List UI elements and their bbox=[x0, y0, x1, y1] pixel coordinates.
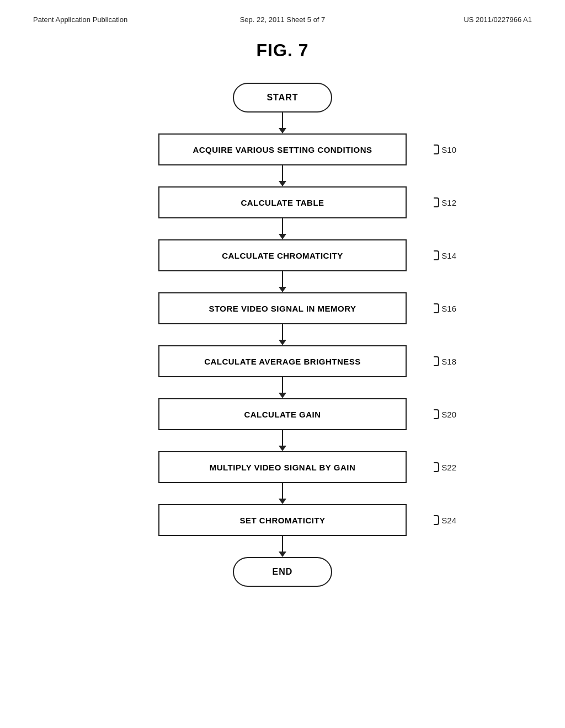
arrow-line bbox=[282, 324, 283, 340]
node-label-s24: SET CHROMATICITY bbox=[158, 504, 407, 536]
header-left: Patent Application Publication bbox=[33, 15, 199, 24]
arrow-s16 bbox=[279, 324, 286, 345]
step-text-s10: S10 bbox=[441, 145, 456, 154]
node-label-start: START bbox=[233, 83, 332, 113]
node-s10: ACQUIRE VARIOUS SETTING CONDITIONSS10 bbox=[158, 133, 407, 165]
node-s24: SET CHROMATICITYS24 bbox=[158, 504, 407, 536]
node-s18: CALCULATE AVERAGE BRIGHTNESSS18 bbox=[158, 345, 407, 377]
arrow-head bbox=[279, 287, 286, 292]
node-end: END bbox=[233, 557, 332, 587]
step-text-s12: S12 bbox=[441, 198, 456, 207]
step-text-s24: S24 bbox=[441, 516, 456, 525]
step-label-s24: S24 bbox=[434, 515, 456, 525]
step-label-s16: S16 bbox=[434, 303, 456, 313]
arrow-line bbox=[282, 113, 283, 128]
arrow-head bbox=[279, 340, 286, 345]
step-label-s20: S20 bbox=[434, 409, 456, 419]
step-bracket-s16 bbox=[434, 303, 439, 313]
arrow-head bbox=[279, 552, 286, 557]
arrow-s10 bbox=[279, 165, 286, 186]
node-s14: CALCULATE CHROMATICITYS14 bbox=[158, 239, 407, 271]
arrow-line bbox=[282, 536, 283, 552]
node-label-s14: CALCULATE CHROMATICITY bbox=[158, 239, 407, 271]
step-bracket-s24 bbox=[434, 515, 439, 525]
arrow-head bbox=[279, 393, 286, 398]
figure-title: FIG. 7 bbox=[0, 40, 565, 61]
header: Patent Application Publication Sep. 22, … bbox=[0, 0, 565, 24]
node-label-s20: CALCULATE GAIN bbox=[158, 398, 407, 430]
node-label-s16: STORE VIDEO SIGNAL IN MEMORY bbox=[158, 292, 407, 324]
step-bracket-s18 bbox=[434, 356, 439, 366]
arrow-s20 bbox=[279, 430, 286, 451]
step-label-s10: S10 bbox=[434, 144, 456, 154]
arrow-head bbox=[279, 128, 286, 133]
node-label-end: END bbox=[233, 557, 332, 587]
header-center: Sep. 22, 2011 Sheet 5 of 7 bbox=[199, 15, 365, 24]
arrow-line bbox=[282, 430, 283, 446]
node-s22: MULTIPLY VIDEO SIGNAL BY GAINS22 bbox=[158, 451, 407, 483]
arrow-s22 bbox=[279, 483, 286, 504]
arrow-head bbox=[279, 181, 286, 186]
step-bracket-s14 bbox=[434, 250, 439, 260]
arrow-line bbox=[282, 483, 283, 499]
arrow-s18 bbox=[279, 377, 286, 398]
arrow-line bbox=[282, 165, 283, 181]
node-label-s22: MULTIPLY VIDEO SIGNAL BY GAIN bbox=[158, 451, 407, 483]
node-s12: CALCULATE TABLES12 bbox=[158, 186, 407, 218]
arrow-s12 bbox=[279, 218, 286, 239]
node-label-s10: ACQUIRE VARIOUS SETTING CONDITIONS bbox=[158, 133, 407, 165]
node-label-s18: CALCULATE AVERAGE BRIGHTNESS bbox=[158, 345, 407, 377]
arrow-head bbox=[279, 446, 286, 451]
node-s16: STORE VIDEO SIGNAL IN MEMORYS16 bbox=[158, 292, 407, 324]
arrow-line bbox=[282, 377, 283, 393]
step-bracket-s10 bbox=[434, 144, 439, 154]
step-label-s22: S22 bbox=[434, 462, 456, 472]
arrow-line bbox=[282, 271, 283, 287]
step-label-s18: S18 bbox=[434, 356, 456, 366]
step-bracket-s20 bbox=[434, 409, 439, 419]
step-text-s16: S16 bbox=[441, 304, 456, 313]
node-s20: CALCULATE GAINS20 bbox=[158, 398, 407, 430]
header-right: US 2011/0227966 A1 bbox=[366, 15, 532, 24]
step-text-s20: S20 bbox=[441, 410, 456, 419]
step-text-s14: S14 bbox=[441, 251, 456, 260]
node-label-s12: CALCULATE TABLE bbox=[158, 186, 407, 218]
step-label-s12: S12 bbox=[434, 197, 456, 207]
step-text-s22: S22 bbox=[441, 463, 456, 472]
step-text-s18: S18 bbox=[441, 357, 456, 366]
step-bracket-s22 bbox=[434, 462, 439, 472]
flowchart: STARTACQUIRE VARIOUS SETTING CONDITIONSS… bbox=[0, 83, 565, 587]
step-label-s14: S14 bbox=[434, 250, 456, 260]
arrow-s24 bbox=[279, 536, 286, 557]
arrow-head bbox=[279, 234, 286, 239]
arrow-head bbox=[279, 499, 286, 504]
step-bracket-s12 bbox=[434, 197, 439, 207]
arrow-start bbox=[279, 113, 286, 133]
arrow-line bbox=[282, 218, 283, 234]
arrow-s14 bbox=[279, 271, 286, 292]
node-start: START bbox=[233, 83, 332, 113]
